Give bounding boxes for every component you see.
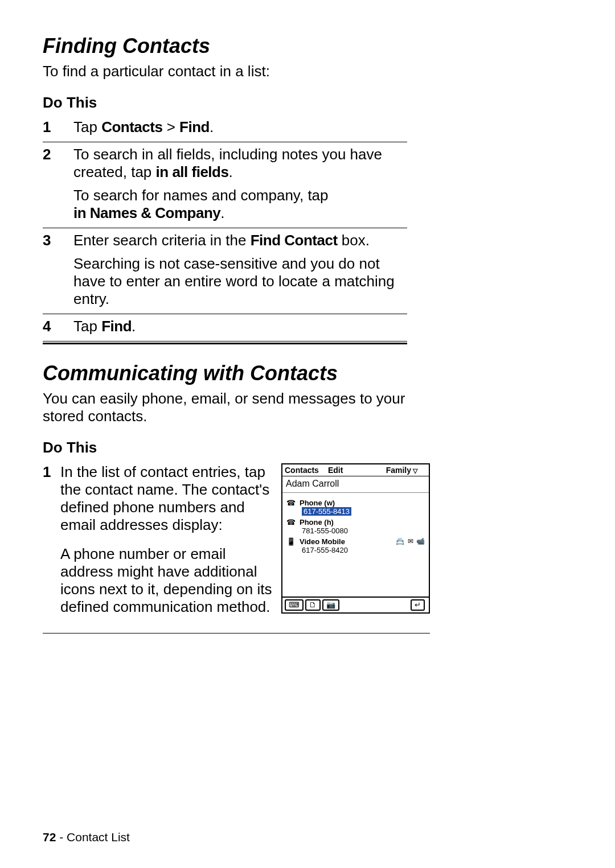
section-end-rule: [43, 341, 407, 344]
steps-table-1: 1 Tap Contacts > Find. 2 To search in al…: [43, 115, 407, 341]
menu-family-dropdown[interactable]: Family: [386, 466, 417, 475]
do-this-label-2: Do This: [43, 439, 572, 456]
do-this-label-1: Do This: [43, 94, 572, 112]
card-icon: 📇: [396, 537, 405, 545]
step-number: 1: [43, 460, 60, 633]
steps-table-2: 1 In the list of contact entries, tap th…: [43, 460, 430, 633]
step-para: In the list of contact entries, tap the …: [60, 463, 277, 534]
step-text: Enter search criteria in the Find Contac…: [73, 228, 407, 314]
comm-method-icons: 📇 ✉ 📹: [396, 537, 425, 545]
phone-icon: ☎: [286, 518, 296, 526]
step-text: In the list of contact entries, tap the …: [60, 460, 430, 633]
step-number: 4: [43, 314, 73, 342]
menu-bar: Contacts Edit Family: [282, 464, 429, 476]
heading-communicating: Communicating with Contacts: [43, 361, 572, 385]
contact-row-phone-work[interactable]: ☎ Phone (w) 617-555-8413: [286, 497, 425, 517]
selected-number[interactable]: 617-555-8413: [302, 507, 351, 516]
bottom-toolbar: ⌨ 🗋 📷 ↵: [282, 597, 429, 612]
new-button[interactable]: 🗋: [305, 599, 321, 611]
keyboard-button[interactable]: ⌨: [285, 599, 304, 611]
menu-contacts[interactable]: Contacts: [285, 466, 319, 475]
video-icon: 📱: [286, 537, 296, 546]
step-number: 3: [43, 228, 73, 314]
device-screenshot: Contacts Edit Family Adam Carroll ☎ Phon…: [281, 463, 430, 614]
contact-name: Adam Carroll: [282, 476, 429, 493]
step-text: Tap Contacts > Find.: [73, 115, 407, 142]
menu-edit[interactable]: Edit: [328, 466, 343, 475]
step-text: Tap Find.: [73, 314, 407, 342]
step-para: A phone number or email address might ha…: [60, 545, 277, 616]
heading-finding-contacts: Finding Contacts: [43, 34, 572, 58]
intro-finding: To find a particular contact in a list:: [43, 63, 572, 80]
contact-row-phone-home[interactable]: ☎ Phone (h) 781-555-0080: [286, 517, 425, 536]
mail-icon: ✉: [408, 537, 414, 545]
phone-icon: ☎: [286, 499, 296, 507]
camera-button[interactable]: 📷: [322, 599, 339, 611]
step-number: 1: [43, 115, 73, 142]
step-text: To search in all fields, including notes…: [73, 142, 407, 228]
step-number: 2: [43, 142, 73, 228]
return-button[interactable]: ↵: [411, 599, 425, 611]
contact-row-video-mobile[interactable]: 📱 Video Mobile 617-555-8420 📇 ✉ 📹: [286, 536, 425, 556]
camera-icon: 📹: [416, 537, 425, 545]
intro-communicating: You can easily phone, email, or send mes…: [43, 390, 430, 425]
